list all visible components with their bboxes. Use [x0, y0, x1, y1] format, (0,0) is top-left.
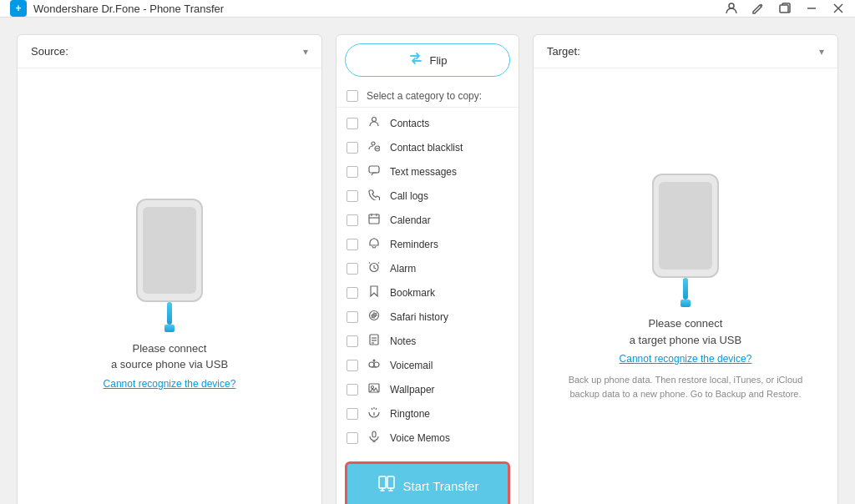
category-checkbox[interactable]: [347, 190, 358, 202]
usb-plug: [164, 325, 175, 332]
category-label: Call logs: [390, 190, 428, 202]
category-label: Voicemail: [390, 360, 433, 371]
source-label: Source:: [31, 45, 68, 58]
svg-point-5: [372, 118, 377, 122]
window-controls: [725, 2, 845, 15]
category-label: Reminders: [390, 239, 438, 250]
transfer-icon: [377, 474, 397, 498]
list-item[interactable]: Contacts: [336, 111, 519, 135]
target-connect-text: Please connect a target phone via USB: [630, 315, 741, 348]
restore-button[interactable]: [778, 2, 792, 15]
category-label: Notes: [390, 335, 416, 347]
category-checkbox[interactable]: [347, 263, 358, 275]
list-item[interactable]: Text messages: [336, 159, 519, 184]
category-checkbox[interactable]: [347, 384, 358, 396]
target-phone-image: [648, 174, 723, 307]
target-bottom-text: Back up phone data. Then restore local, …: [550, 365, 821, 414]
list-item[interactable]: Notes: [336, 329, 519, 353]
category-icon: [367, 285, 382, 300]
category-checkbox[interactable]: [347, 287, 358, 299]
usb-cable: [167, 302, 172, 325]
list-item[interactable]: Contact blacklist: [336, 135, 519, 159]
target-phone-body: [652, 174, 719, 278]
category-icon: [367, 431, 382, 445]
category-label: Wallpaper: [390, 384, 435, 396]
category-checkbox[interactable]: [347, 166, 358, 178]
list-item[interactable]: Reminders: [336, 232, 519, 256]
list-item[interactable]: Alarm: [336, 256, 519, 280]
svg-rect-30: [387, 476, 394, 488]
minimize-button[interactable]: [805, 2, 818, 15]
category-icon: [367, 164, 382, 179]
category-checkbox[interactable]: [347, 408, 358, 420]
target-panel: Target: ▾ Please connect a target phone …: [533, 34, 838, 504]
list-item[interactable]: Calendar: [336, 208, 519, 232]
flip-icon: [408, 51, 423, 69]
center-panel: Flip Select a category to copy: Contacts…: [336, 34, 519, 504]
app-icon: +: [10, 0, 27, 17]
target-cant-recognize-link[interactable]: Cannot recognize the device?: [620, 353, 752, 365]
svg-point-24: [372, 386, 374, 389]
category-icon: [367, 261, 382, 275]
list-item[interactable]: Ringtone: [336, 401, 519, 426]
target-phone-area: Please connect a target phone via USB Ca…: [534, 68, 837, 504]
edit-button[interactable]: [751, 2, 765, 15]
category-icon: [367, 189, 382, 203]
list-item[interactable]: Voicemail: [336, 353, 519, 377]
list-item[interactable]: Voice Memos: [336, 426, 519, 450]
category-list: ContactsContact blacklistText messagesCa…: [336, 108, 519, 453]
category-label: Bookmark: [390, 287, 435, 299]
list-item[interactable]: Wallpaper: [336, 377, 519, 401]
svg-point-20: [369, 362, 374, 367]
svg-rect-9: [369, 166, 379, 173]
category-label: Voice Memos: [390, 432, 450, 444]
category-checkbox[interactable]: [347, 118, 358, 129]
category-checkbox[interactable]: [347, 360, 358, 371]
svg-rect-29: [379, 476, 386, 488]
category-icon: [367, 213, 382, 227]
list-item[interactable]: Safari history: [336, 305, 519, 329]
flip-label: Flip: [430, 54, 448, 67]
category-checkbox[interactable]: [347, 432, 358, 444]
source-phone-area: Please connect a source phone via USB Ca…: [87, 68, 253, 504]
svg-rect-10: [369, 214, 379, 224]
category-icon: [367, 116, 382, 130]
list-item[interactable]: Call logs: [336, 184, 519, 208]
start-transfer-label: Start Transfer: [403, 479, 479, 493]
phone-body: [136, 199, 203, 303]
account-button[interactable]: [725, 2, 738, 15]
close-button[interactable]: [832, 2, 845, 15]
category-icon: [367, 237, 382, 251]
select-all-checkbox[interactable]: [347, 90, 358, 102]
category-checkbox[interactable]: [347, 142, 358, 154]
category-label: Contacts: [390, 118, 429, 129]
select-all-label: Select a category to copy:: [367, 90, 482, 102]
category-icon: [367, 382, 382, 396]
main-content: Source: ▾ Please connect a source phone …: [0, 18, 855, 504]
list-item[interactable]: Bookmark: [336, 280, 519, 305]
category-label: Alarm: [390, 263, 416, 275]
target-chevron-icon[interactable]: ▾: [819, 46, 824, 58]
source-connect-text: Please connect a source phone via USB: [111, 340, 228, 373]
svg-point-21: [374, 362, 379, 367]
category-label: Safari history: [390, 311, 448, 323]
source-chevron-icon[interactable]: ▾: [303, 46, 308, 58]
start-transfer-button[interactable]: Start Transfer: [345, 461, 510, 504]
phone-screen: [143, 207, 196, 295]
category-checkbox[interactable]: [347, 335, 358, 347]
category-checkbox[interactable]: [347, 239, 358, 250]
target-label: Target:: [547, 45, 580, 58]
category-icon: [367, 310, 382, 324]
source-header: Source: ▾: [18, 35, 321, 68]
source-cant-recognize-link[interactable]: Cannot recognize the device?: [104, 378, 236, 390]
svg-rect-1: [780, 5, 788, 13]
target-usb-cable: [683, 278, 688, 300]
category-checkbox[interactable]: [347, 311, 358, 323]
category-checkbox[interactable]: [347, 214, 358, 226]
category-icon: [367, 140, 382, 154]
titlebar: + Wondershare Dr.Fone - Phone Transfer: [0, 0, 855, 18]
target-phone-screen: [659, 182, 712, 270]
svg-point-6: [372, 142, 375, 145]
source-phone-image: [132, 199, 207, 332]
flip-button[interactable]: Flip: [345, 43, 510, 77]
